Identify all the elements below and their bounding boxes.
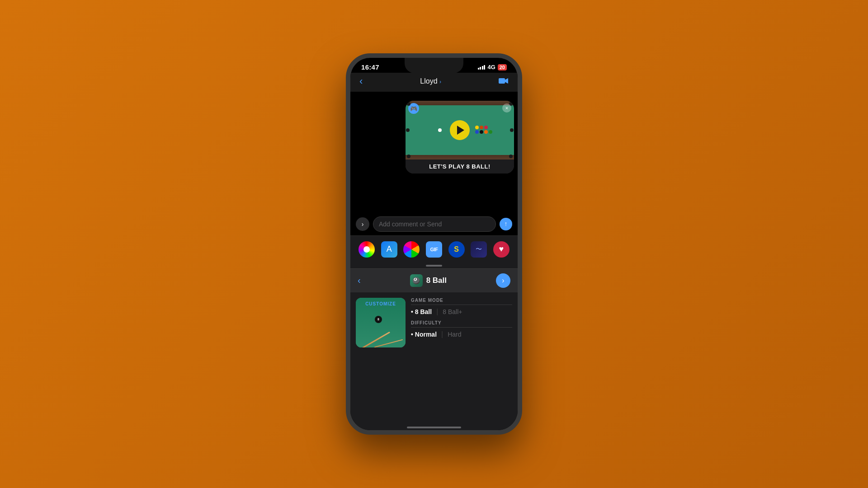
difficulty-hard[interactable]: Hard — [448, 331, 461, 338]
send-button[interactable]: ↑ — [500, 218, 512, 230]
game-back-button[interactable]: ‹ — [358, 275, 361, 286]
eight-ball: 8 — [375, 316, 382, 323]
home-bar — [407, 427, 461, 428]
cue-ball — [438, 128, 442, 132]
close-button[interactable]: × — [502, 103, 511, 113]
nav-bar: ‹ Lloyd › — [350, 73, 518, 92]
game-mode-label: GAME MODE — [411, 298, 512, 303]
game-panel: ‹ 🎱 8 Ball › — [350, 268, 518, 292]
gif-icon[interactable]: GIF — [425, 240, 443, 258]
signal-icon — [478, 65, 486, 70]
pool-table: 🎮 — [406, 101, 514, 160]
game-label: LET'S PLAY 8 BALL! — [406, 160, 514, 174]
cue-stick-1 — [362, 331, 390, 347]
customize-label: CUSTOMIZE — [356, 301, 406, 306]
difficulty-normal[interactable]: Normal — [411, 331, 437, 338]
setting-separator-1: | — [436, 308, 438, 316]
network-label: 4G — [487, 64, 495, 70]
appstore-icon[interactable]: A — [380, 240, 398, 258]
game-thumbnail[interactable]: CUSTOMIZE 8 — [356, 298, 406, 347]
difficulty-group: DIFFICULTY Normal | Hard — [411, 320, 512, 338]
back-button[interactable]: ‹ — [359, 75, 363, 87]
expand-button[interactable]: › — [356, 217, 369, 231]
game-mode-options: 8 Ball | 8 Ball+ — [411, 308, 512, 316]
phone-frame: 16:47 4G 20 ‹ Lloyd › — [346, 53, 522, 435]
game-bubble: × 🎮 — [406, 101, 514, 174]
play-button[interactable] — [450, 120, 470, 140]
game-mode-group: GAME MODE 8 Ball | 8 Ball+ — [411, 298, 512, 316]
game-bubble-container: × 🎮 — [350, 101, 518, 174]
message-input-placeholder[interactable]: Add comment or Send — [379, 221, 442, 228]
home-indicator — [350, 424, 518, 430]
game-settings-panel: GAME MODE 8 Ball | 8 Ball+ DIFFICULTY No… — [411, 298, 512, 419]
cue-stick-2 — [374, 339, 403, 347]
messages-area: × 🎮 — [350, 92, 518, 213]
photos-app-icon[interactable] — [358, 240, 376, 258]
ball-rack — [475, 126, 492, 135]
game-mode-8ballplus[interactable]: 8 Ball+ — [443, 308, 462, 315]
status-time: 16:47 — [361, 63, 379, 71]
game-mode-8ball[interactable]: 8 Ball — [411, 308, 432, 315]
status-right-area: 4G 20 — [478, 64, 507, 70]
audio-icon[interactable]: 〜 — [470, 240, 488, 258]
setting-separator-2: | — [441, 330, 443, 338]
game-app-icon: 🎱 — [410, 274, 423, 287]
difficulty-options: Normal | Hard — [411, 330, 512, 338]
input-bar: › Add comment or Send ↑ — [350, 213, 518, 235]
contact-name[interactable]: Lloyd › — [420, 77, 441, 85]
game-name-label: 8 Ball — [426, 276, 447, 285]
app-icons-bar: A GIF S 〜 ♥ — [350, 235, 518, 263]
game-options-area: CUSTOMIZE 8 GAME MODE 8 Ball | 8 Ball+ — [350, 292, 518, 424]
contact-arrow: › — [439, 79, 441, 85]
color-wheel-icon[interactable] — [402, 240, 420, 258]
svg-rect-0 — [499, 78, 505, 84]
notch — [405, 58, 463, 73]
battery-badge: 20 — [498, 64, 507, 70]
scroll-dot — [426, 265, 442, 267]
difficulty-label: DIFFICULTY — [411, 320, 512, 325]
video-call-icon[interactable] — [499, 76, 509, 87]
game-title-area: 🎱 8 Ball — [410, 274, 447, 287]
send-arrow-icon: ↑ — [505, 220, 508, 227]
message-input-container: Add comment or Send — [373, 216, 496, 232]
game-send-button[interactable]: › — [496, 273, 510, 288]
sonic-icon[interactable]: S — [448, 240, 466, 258]
game-send-icon: › — [502, 277, 504, 285]
scroll-indicator — [350, 263, 518, 268]
heart-icon[interactable]: ♥ — [492, 240, 510, 258]
